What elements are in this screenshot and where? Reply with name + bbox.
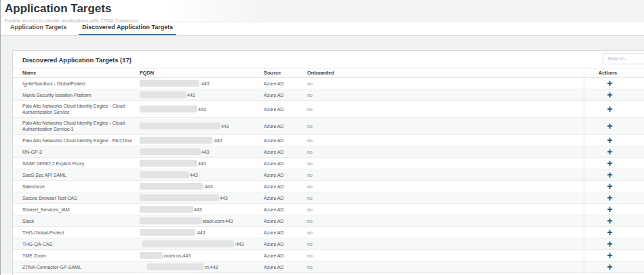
tab-discovered-application-targets[interactable]: Discovered Application Targets [79,24,176,35]
fqdn-suffix: 443 [201,149,209,155]
panel-header: Discovered Application Targets (17) [13,51,644,68]
table-row: Salesforce :443 Azure AD no + [13,181,644,192]
table-body: IgniteSandbox - GlobalProtect :443 Azure… [13,78,644,275]
target-onboarded: no [307,192,584,203]
add-target-button[interactable]: + [607,263,612,270]
target-fqdn: 443 [140,192,264,203]
redacted-fqdn [140,194,219,201]
add-target-button[interactable]: + [607,171,612,178]
target-name: SASE DEMO 2 Explicit Proxy [22,158,140,169]
table-row: Menlo Security Isolation Platform 443 Az… [13,89,644,101]
table-row: SaaS Sec API SAML 443 Azure AD no + [13,169,644,181]
target-onboarded: no [307,78,584,89]
add-target-button[interactable]: + [607,240,612,247]
fqdn-suffix: :443 [200,81,209,87]
add-target-button[interactable]: + [607,137,612,144]
actions-cell: + [584,227,631,238]
table-row: Palo Alto Networks Cloud Identity Engine… [13,101,644,118]
table-row: Shared_Services_IAM 443 Azure AD no + [13,204,644,215]
target-fqdn: 443 [140,204,264,215]
content-area: Discovered Application Targets (17) Name… [0,36,644,274]
target-onboarded: no [307,169,584,180]
add-target-button[interactable]: + [607,80,612,87]
add-target-button[interactable]: + [607,229,612,236]
actions-cell: + [584,135,631,146]
table-row: Slack slack.com:443 Azure AD no + [13,215,644,227]
redacted-fqdn [140,183,203,190]
actions-cell: + [584,158,631,169]
add-target-button[interactable]: + [607,91,612,98]
target-onboarded: no [307,261,584,272]
actions-cell: + [584,89,631,100]
add-target-button[interactable]: + [607,160,612,167]
table-row: Palo Alto Networks Cloud Identity Engine… [13,135,644,146]
target-source: Azure AD [264,78,307,89]
actions-cell: + [584,261,631,272]
target-fqdn: zoom.us:443 [140,250,264,261]
target-onboarded: no [307,146,584,157]
target-onboarded: no [307,250,584,261]
add-target-button[interactable]: + [607,206,612,213]
page-header: Application Targets Enable access to pri… [0,0,644,22]
redacted-fqdn [140,137,212,144]
actions-cell: + [584,169,631,180]
add-target-button[interactable]: + [607,183,612,190]
add-target-button[interactable]: + [607,252,612,259]
application-targets-page: Application Targets Enable access to pri… [0,0,644,275]
redacted-fqdn [142,240,234,247]
table-row: Secure Browser Test CAS 443 Azure AD no … [13,192,644,204]
target-onboarded: no [307,89,584,100]
page-title: Application Targets [5,2,644,16]
add-target-button[interactable]: + [607,123,612,129]
target-onboarded: no [307,227,584,238]
add-target-button[interactable]: + [607,194,612,201]
target-source: Azure AD [264,238,307,249]
redacted-fqdn [140,106,197,112]
target-name: Palo Alto Networks Cloud Identity Engine… [22,135,140,146]
redacted-fqdn [147,263,204,270]
search-input[interactable] [603,53,644,64]
target-name: ZTNA-Connector-GP-SAML [22,261,140,272]
panel-heading: Discovered Application Targets (17) [22,56,132,64]
target-fqdn: slack.com:443 [140,215,264,226]
fqdn-suffix: slack.com:443 [203,218,233,224]
tab-application-targets[interactable]: Application Targets [7,24,70,35]
target-fqdn: 443 [140,158,264,169]
actions-cell: + [584,250,631,261]
fqdn-suffix: 443 [221,123,229,129]
fqdn-suffix: 443 [220,195,228,201]
column-header-name: Name [22,68,140,77]
column-header-onboarded: Onboarded [307,68,584,77]
add-target-button[interactable]: + [607,148,612,155]
redacted-fqdn [140,171,189,178]
fqdn-suffix: zoom.us:443 [163,253,190,259]
column-header-fqdn: FQDN [140,68,264,77]
target-source: Azure AD [264,158,307,169]
target-name: IgniteSandbox - GlobalProtect [22,78,140,89]
redacted-fqdn [140,206,193,213]
add-target-button[interactable]: + [607,217,612,224]
target-fqdn: 443 [140,146,264,157]
column-header-actions: Actions [584,68,631,77]
target-fqdn: 443 [140,101,264,117]
redacted-fqdn [140,252,163,259]
table-row: ZTNA-Connector-GP-SAML m:443 Azure AD no… [13,261,644,273]
fqdn-suffix: 443 [187,92,195,98]
target-name: Salesforce [22,181,140,192]
target-fqdn: 443 [140,169,264,180]
target-onboarded: no [307,204,584,215]
actions-cell: + [584,118,631,134]
actions-cell: + [584,78,631,89]
actions-cell: + [584,101,631,117]
add-target-button[interactable]: + [607,106,612,112]
target-fqdn: :443 [140,227,264,238]
target-fqdn: :443 [140,78,264,89]
target-name: RN-GP-3 [22,146,140,157]
target-name: Secure Browser Test CAS [22,192,140,203]
target-source: Azure AD [264,204,307,215]
actions-cell: + [584,238,631,249]
target-fqdn: 443 [140,89,264,100]
target-name: Palo Alto Networks Cloud Identity Engine… [22,101,140,117]
target-name: TME Zoom [22,250,140,261]
actions-cell: + [584,215,631,226]
